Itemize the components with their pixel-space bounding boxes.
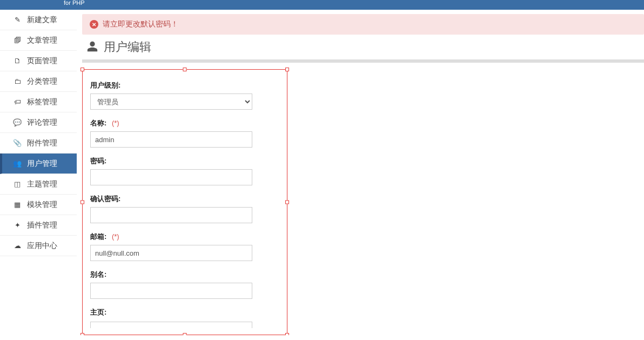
sidebar-item-themes[interactable]: ◫ 主题管理 — [0, 174, 77, 195]
sidebar-item-attachments[interactable]: 📎 附件管理 — [0, 133, 77, 154]
password-label: 密码: — [90, 156, 279, 166]
sidebar-item-label: 标签管理 — [27, 97, 57, 107]
selection-handle — [81, 201, 84, 204]
email-label: 邮箱: (*) — [90, 232, 279, 242]
folder-icon: 🗀 — [13, 77, 22, 85]
sidebar-item-modules[interactable]: ▦ 模块管理 — [0, 195, 77, 215]
sidebar-item-label: 主题管理 — [27, 179, 57, 189]
sidebar-item-appcenter[interactable]: ☁ 应用中心 — [0, 236, 77, 256]
alias-input[interactable] — [90, 283, 252, 299]
password-alert: ✕ 请立即更改默认密码！ — [82, 14, 644, 35]
sidebar-item-label: 新建文章 — [27, 15, 57, 25]
error-icon: ✕ — [90, 20, 98, 29]
main: ✕ 请立即更改默认密码！ 用户编辑 用户级别: 管理员 — [77, 10, 644, 335]
field-password: 密码: — [90, 156, 279, 185]
selection-handle — [183, 68, 187, 71]
user-icon — [86, 41, 98, 54]
sidebar-item-pages[interactable]: 🗋 页面管理 — [0, 51, 77, 71]
module-icon: ▦ — [13, 201, 22, 209]
cloud-icon: ☁ — [13, 242, 22, 250]
sidebar-item-label: 用户管理 — [27, 159, 57, 169]
field-name: 名称: (*) — [90, 118, 279, 148]
divider-strip — [82, 59, 644, 63]
password-input[interactable] — [90, 169, 252, 185]
page-title-row: 用户编辑 — [86, 39, 644, 55]
selection-handle — [183, 333, 187, 335]
page-title: 用户编辑 — [104, 39, 151, 55]
sidebar-item-posts[interactable]: 🗐 文章管理 — [0, 30, 77, 51]
sidebar-item-label: 应用中心 — [27, 241, 57, 251]
sidebar-item-categories[interactable]: 🗀 分类管理 — [0, 71, 77, 92]
header-subtitle: for PHP — [64, 0, 85, 5]
confirm-password-label: 确认密码: — [90, 194, 279, 204]
user-edit-form-box: 用户级别: 管理员 名称: (*) 密码: 确认密码: — [82, 69, 287, 335]
theme-icon: ◫ — [13, 180, 22, 188]
field-alias: 别名: — [90, 270, 279, 299]
sidebar-item-new-post[interactable]: ✎ 新建文章 — [0, 10, 77, 30]
homepage-input[interactable] — [90, 322, 252, 328]
user-level-select[interactable]: 管理员 — [90, 94, 252, 110]
email-input[interactable] — [90, 245, 252, 261]
required-mark: (*) — [112, 232, 119, 241]
homepage-label: 主页: — [90, 308, 279, 317]
users-icon: 👥 — [13, 159, 22, 168]
tag-icon: 🏷 — [13, 98, 22, 106]
field-user-level: 用户级别: 管理员 — [90, 81, 279, 110]
layout: ✎ 新建文章 🗐 文章管理 🗋 页面管理 🗀 分类管理 🏷 标签管理 💬 评论管… — [0, 10, 644, 335]
header-strip: for PHP — [0, 0, 644, 10]
posts-icon: 🗐 — [13, 36, 22, 44]
selection-handle — [81, 333, 84, 335]
sidebar-item-plugins[interactable]: ✦ 插件管理 — [0, 215, 77, 236]
pages-icon: 🗋 — [13, 57, 22, 65]
sidebar-item-comments[interactable]: 💬 评论管理 — [0, 112, 77, 133]
sidebar-item-tags[interactable]: 🏷 标签管理 — [0, 92, 77, 112]
alert-message: 请立即更改默认密码！ — [103, 19, 178, 29]
selection-handle — [285, 333, 289, 335]
edit-icon: ✎ — [13, 16, 22, 24]
alias-label: 别名: — [90, 270, 279, 279]
user-level-label: 用户级别: — [90, 81, 279, 90]
sidebar-item-label: 分类管理 — [27, 77, 57, 86]
sidebar: ✎ 新建文章 🗐 文章管理 🗋 页面管理 🗀 分类管理 🏷 标签管理 💬 评论管… — [0, 10, 77, 335]
sidebar-item-label: 附件管理 — [27, 138, 57, 148]
plugin-icon: ✦ — [13, 221, 22, 229]
sidebar-item-label: 模块管理 — [27, 200, 57, 210]
sidebar-item-label: 插件管理 — [27, 221, 57, 230]
field-confirm-password: 确认密码: — [90, 194, 279, 223]
confirm-password-input[interactable] — [90, 207, 252, 223]
name-input[interactable] — [90, 131, 252, 148]
field-email: 邮箱: (*) — [90, 232, 279, 261]
sidebar-item-users[interactable]: 👥 用户管理 — [0, 154, 77, 174]
name-label: 名称: (*) — [90, 118, 279, 128]
sidebar-item-label: 评论管理 — [27, 118, 57, 128]
sidebar-item-label: 页面管理 — [27, 56, 57, 66]
selection-handle — [285, 68, 289, 71]
attachment-icon: 📎 — [13, 139, 22, 147]
field-homepage: 主页: — [90, 308, 279, 329]
selection-handle — [285, 201, 289, 204]
selection-handle — [81, 68, 84, 71]
required-mark: (*) — [112, 119, 119, 127]
sidebar-item-label: 文章管理 — [27, 36, 57, 45]
comment-icon: 💬 — [13, 118, 22, 126]
